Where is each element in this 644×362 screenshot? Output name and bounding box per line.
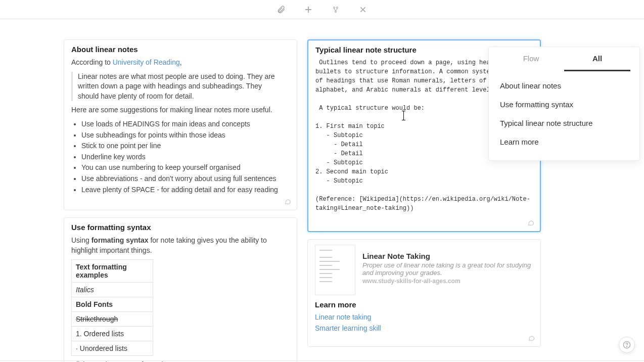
table-row: · Unordered lists <box>72 341 153 356</box>
bottom-rule <box>0 360 644 361</box>
learn-links: Linear note taking Smarter learning skil… <box>315 313 533 332</box>
source-link[interactable]: University of Reading <box>113 58 180 66</box>
outline-list: About linear notes Use formatting syntax… <box>489 71 639 160</box>
comment-icon[interactable] <box>528 334 535 343</box>
svg-point-1 <box>336 7 338 8</box>
list-item: Use subheadings for points within those … <box>81 130 290 141</box>
table-row: Strikethrough <box>72 312 153 327</box>
link-title: Linear Note Taking <box>362 252 533 260</box>
table-row: 1. Ordered lists <box>72 327 153 341</box>
attachment-icon[interactable] <box>277 5 286 14</box>
outline-item[interactable]: About linear notes <box>489 76 639 95</box>
formatting-intro: Using formating syntax for note taking g… <box>71 236 290 255</box>
list-item: You can use numbering to keep yourself o… <box>81 163 290 173</box>
about-source-line: According to University of Reading, <box>71 58 290 68</box>
list-item: Stick to one point per line <box>81 141 290 151</box>
learn-link[interactable]: Smarter learning skill <box>315 324 533 332</box>
link-url: www.study-skills-for-all-ages.com <box>362 278 533 285</box>
card-learn[interactable]: Linear Note Taking Proper use of linear … <box>307 239 541 347</box>
link-desc: Proper use of linear note taking is a gr… <box>362 261 533 277</box>
svg-point-4 <box>626 346 627 347</box>
tips-list: Use loads of HEADINGS for main ideas and… <box>81 119 290 195</box>
link-preview[interactable]: Linear Note Taking Proper use of linear … <box>315 245 533 295</box>
table-row: Italics <box>72 283 153 297</box>
learn-link[interactable]: Linear note taking <box>315 313 533 321</box>
text-cursor <box>403 111 404 120</box>
svg-point-2 <box>335 11 337 12</box>
quote: Linear notes are what most people are us… <box>71 72 290 102</box>
link-thumbnail <box>315 245 355 295</box>
outline-item[interactable]: Learn more <box>489 132 639 151</box>
outline-tabs: Flow All <box>489 47 639 71</box>
outline-panel: Flow All About linear notes Use formatti… <box>488 47 640 161</box>
close-icon[interactable] <box>358 5 367 14</box>
list-item: Use loads of HEADINGS for main ideas and… <box>81 119 290 129</box>
table-header: Text formatting examples <box>72 260 153 283</box>
outline-item[interactable]: Use formatting syntax <box>489 95 639 114</box>
comment-icon[interactable] <box>284 198 292 207</box>
tab-flow[interactable]: Flow <box>498 47 564 71</box>
add-icon[interactable] <box>304 5 313 14</box>
card-title: Use formatting syntax <box>71 223 290 232</box>
card-formatting[interactable]: Use formatting syntax Using formating sy… <box>64 217 297 362</box>
list-item: Underline key words <box>81 152 290 162</box>
tab-all[interactable]: All <box>564 47 630 71</box>
formatting-table: Text formatting examples Italics Bold Fo… <box>71 259 153 356</box>
list-item: Use abbreviations - and don't worry abou… <box>81 174 290 184</box>
card-about[interactable]: About linear notes According to Universi… <box>64 39 297 210</box>
toolbar <box>0 0 644 19</box>
merge-icon[interactable] <box>331 5 340 14</box>
outline-item[interactable]: Typical linear note structure <box>489 114 639 132</box>
column-left: About linear notes According to Universi… <box>64 39 297 362</box>
table-row: Bold Fonts <box>72 297 153 312</box>
help-fab[interactable] <box>619 337 635 353</box>
list-item: Leave plenty of SPACE - for adding detai… <box>81 185 290 195</box>
suggestions-intro: Here are some suggestions for making lin… <box>71 105 290 115</box>
comment-icon[interactable] <box>527 219 535 228</box>
card-title: Learn more <box>315 300 533 309</box>
link-body: Linear Note Taking Proper use of linear … <box>362 245 533 295</box>
svg-point-0 <box>334 7 335 8</box>
workspace: About linear notes According to Universi… <box>0 19 644 362</box>
card-title: About linear notes <box>71 45 290 54</box>
